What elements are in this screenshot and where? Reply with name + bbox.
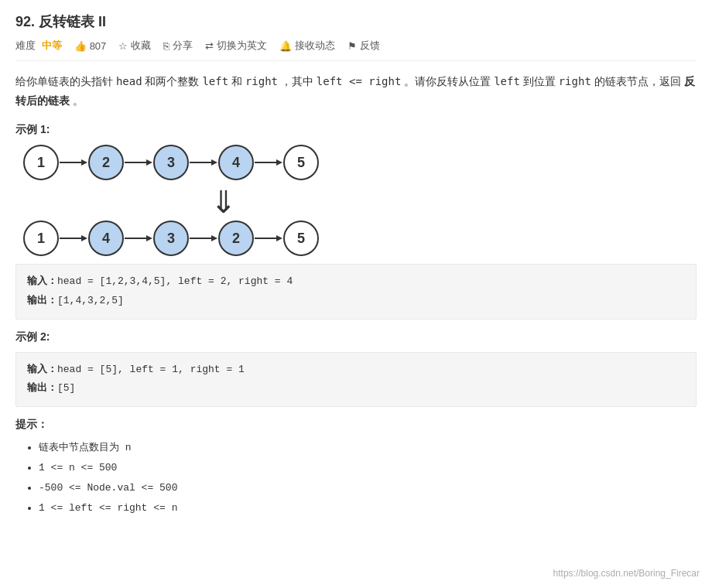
example2-output-value: [5] xyxy=(57,382,75,394)
hints-list: 链表中节点数目为 n 1 <= n <= 500 -500 <= Node.va… xyxy=(15,438,697,518)
page-title: 92. 反转链表 II xyxy=(15,12,697,31)
before-node-1: 1 xyxy=(23,145,59,180)
example2-output-line: 输出：[5] xyxy=(27,379,685,398)
svg-marker-3 xyxy=(146,159,152,166)
svg-marker-15 xyxy=(276,235,282,241)
star-icon: ☆ xyxy=(118,40,128,52)
after-arrow-4 xyxy=(254,231,283,246)
after-node-3: 3 xyxy=(153,220,189,256)
example2-input-value: head = [5], left = 1, right = 1 xyxy=(57,364,245,375)
before-node-3: 3 xyxy=(153,145,189,180)
after-arrow-1 xyxy=(59,231,88,246)
example1-input-value: head = [1,2,3,4,5], left = 2, right = 4 xyxy=(57,275,293,287)
likes-button[interactable]: 👍 807 xyxy=(74,40,107,52)
feedback-button[interactable]: ⚑ 反馈 xyxy=(347,39,380,53)
arrow-2 xyxy=(124,155,153,170)
difficulty-value: 中等 xyxy=(42,39,62,51)
before-node-5: 5 xyxy=(283,145,319,180)
hint-item-4: 1 <= left <= right <= n xyxy=(39,498,697,518)
down-arrow-container: ⇓ xyxy=(40,185,237,219)
difficulty-label: 难度 中等 xyxy=(15,39,62,53)
hint-item-1: 链表中节点数目为 n xyxy=(39,438,697,458)
svg-marker-11 xyxy=(146,235,152,241)
svg-marker-1 xyxy=(81,159,87,166)
collect-button[interactable]: ☆ 收藏 xyxy=(118,39,151,53)
share-icon: ⎘ xyxy=(163,40,169,52)
svg-marker-5 xyxy=(211,159,217,166)
bell-icon: 🔔 xyxy=(279,40,292,52)
after-arrow-2 xyxy=(124,231,153,246)
svg-marker-9 xyxy=(81,235,87,241)
example2-input-line: 输入：head = [5], left = 1, right = 1 xyxy=(27,361,685,380)
example2-title: 示例 2: xyxy=(15,330,697,344)
example1-title: 示例 1: xyxy=(15,123,697,137)
before-list-row: 1 2 3 4 xyxy=(23,145,319,180)
example2-output-label: 输出： xyxy=(27,382,57,394)
hint-item-3: -500 <= Node.val <= 500 xyxy=(39,478,697,498)
arrow-4 xyxy=(254,155,283,170)
example1-code-block: 输入：head = [1,2,3,4,5], left = 2, right =… xyxy=(15,264,697,319)
watermark: https://blog.csdn.net/Boring_Firecar xyxy=(553,568,700,579)
example1-input-line: 输入：head = [1,2,3,4,5], left = 2, right =… xyxy=(27,272,685,292)
arrow-1 xyxy=(59,155,88,170)
after-node-5: 5 xyxy=(283,220,319,256)
hint-item-2: 1 <= n <= 500 xyxy=(39,458,697,478)
switch-lang-button[interactable]: ⇄ 切换为英文 xyxy=(205,39,267,53)
example1-input-label: 输入： xyxy=(27,275,57,287)
svg-marker-7 xyxy=(276,159,282,166)
translate-icon: ⇄ xyxy=(205,40,214,52)
flag-icon: ⚑ xyxy=(347,40,357,52)
diagram-container: 1 2 3 4 xyxy=(23,145,697,259)
example2-code-block: 输入：head = [5], left = 1, right = 1 输出：[5… xyxy=(15,352,697,407)
after-list-row: 1 4 3 2 xyxy=(23,220,319,256)
meta-bar: 难度 中等 👍 807 ☆ 收藏 ⎘ 分享 ⇄ 切换为英文 🔔 接收动态 ⚑ 反… xyxy=(15,39,697,61)
hints-title: 提示： xyxy=(15,418,697,432)
arrow-3 xyxy=(189,155,218,170)
after-arrow-3 xyxy=(189,231,218,246)
after-node-1: 1 xyxy=(23,220,59,256)
example1-output-line: 输出：[1,4,3,2,5] xyxy=(27,292,685,311)
likes-count: 807 xyxy=(90,40,107,52)
before-node-4: 4 xyxy=(218,145,254,180)
before-node-2: 2 xyxy=(88,145,124,180)
problem-description: 给你单链表的头指针 head 和两个整数 left 和 right ，其中 le… xyxy=(15,72,697,111)
after-node-2: 2 xyxy=(218,220,254,256)
example2-input-label: 输入： xyxy=(27,364,57,375)
hints-section: 提示： 链表中节点数目为 n 1 <= n <= 500 -500 <= Nod… xyxy=(15,418,697,518)
thumb-up-icon: 👍 xyxy=(74,40,87,52)
example1-output-value: [1,4,3,2,5] xyxy=(57,295,124,306)
svg-marker-13 xyxy=(211,235,217,241)
subscribe-button[interactable]: 🔔 接收动态 xyxy=(279,39,335,53)
down-arrow-icon: ⇓ xyxy=(211,186,237,217)
share-button[interactable]: ⎘ 分享 xyxy=(163,39,193,53)
after-node-4: 4 xyxy=(88,220,124,256)
example1-output-label: 输出： xyxy=(27,295,57,306)
